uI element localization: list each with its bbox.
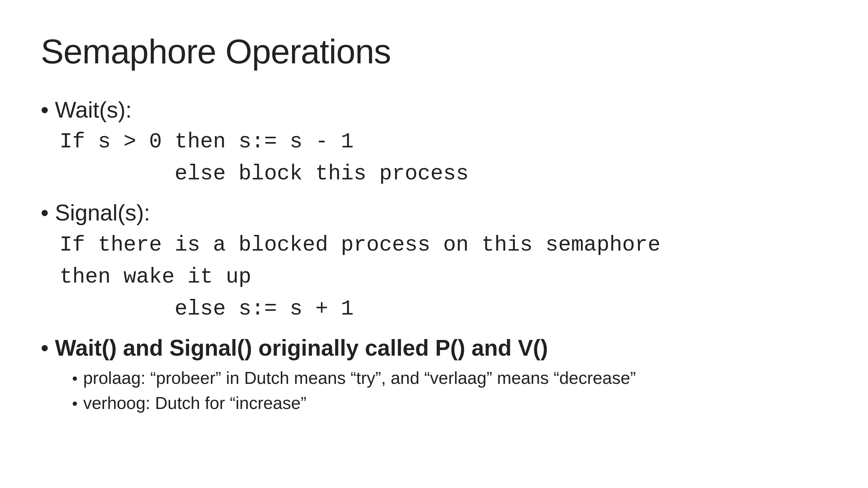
bullet-wait-dot: • xyxy=(41,98,49,121)
bullet-wait: • Wait(s): If s > 0 then s:= s - 1 else … xyxy=(41,96,827,190)
bullet-signal-code: If there is a blocked process on this se… xyxy=(60,229,827,325)
sub-bullet-prolaag: • prolaag: “probeer” in Dutch means “try… xyxy=(72,367,827,390)
sub-bullet-verhoog: • verhoog: Dutch for “increase” xyxy=(72,392,827,414)
bullet-pv-dot: • xyxy=(41,337,49,359)
bullet-signal-text: Signal(s): xyxy=(55,199,150,226)
bullet-wait-text: Wait(s): xyxy=(55,96,132,123)
bullet-signal: • Signal(s): If there is a blocked proce… xyxy=(41,199,827,324)
sub-bullet-prolaag-dot: • xyxy=(72,371,78,386)
content: • Wait(s): If s > 0 then s:= s - 1 else … xyxy=(41,96,827,424)
bullet-wait-code: If s > 0 then s:= s - 1 else block this … xyxy=(60,126,827,190)
sub-bullet-prolaag-text: prolaag: “probeer” in Dutch means “try”,… xyxy=(83,367,636,390)
sub-bullet-verhoog-dot: • xyxy=(72,396,78,411)
sub-bullets: • prolaag: “probeer” in Dutch means “try… xyxy=(72,367,827,414)
bullet-signal-dot: • xyxy=(41,201,49,224)
slide: Semaphore Operations • Wait(s): If s > 0… xyxy=(0,0,868,488)
slide-title: Semaphore Operations xyxy=(41,31,827,71)
bullet-pv-label: • Wait() and Signal() originally called … xyxy=(41,334,827,361)
bullet-pv-text: Wait() and Signal() originally called P(… xyxy=(55,334,548,361)
bullet-wait-label: • Wait(s): xyxy=(41,96,827,123)
sub-bullet-verhoog-text: verhoog: Dutch for “increase” xyxy=(83,392,307,414)
bullet-pv: • Wait() and Signal() originally called … xyxy=(41,334,827,414)
bullet-signal-label: • Signal(s): xyxy=(41,199,827,226)
